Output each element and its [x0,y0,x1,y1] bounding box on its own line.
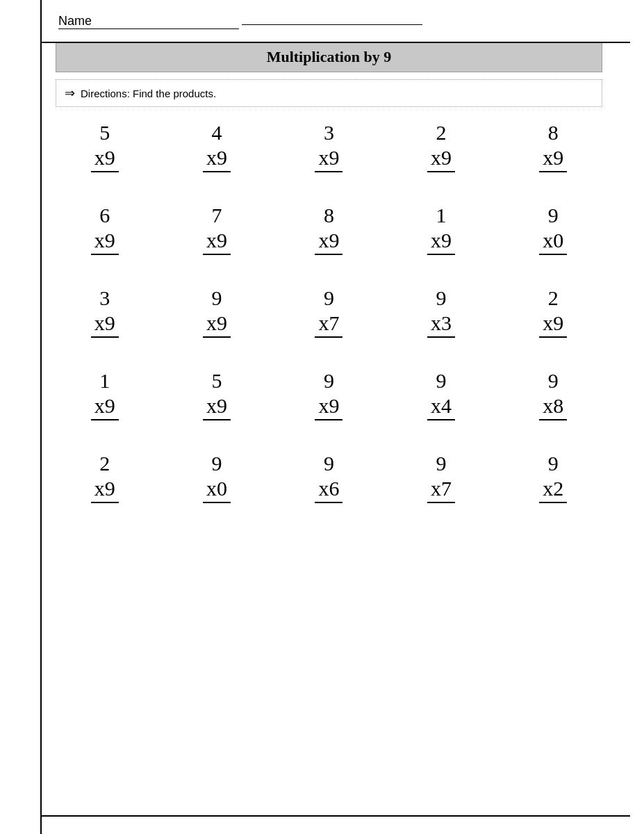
problem-top-number: 6 [99,204,110,227]
directions-box: ⇒ Directions: Find the products. [56,79,602,107]
problem-top-number: 9 [324,286,334,310]
problem-multiplier: x7 [427,477,455,503]
problem-2-3: 8x9 [273,204,385,262]
problem-5-2: 9x0 [160,452,272,510]
problem-top-number: 9 [548,369,559,393]
problem-top-number: 9 [212,452,222,475]
problem-top-number: 5 [212,369,222,393]
problem-top-number: 9 [436,286,446,310]
problem-multiplier: x9 [315,229,342,255]
problem-top-number: 3 [99,286,110,310]
problem-multiplier: x9 [91,229,119,255]
problem-multiplier: x9 [203,229,231,255]
problem-multiplier: x9 [203,146,231,172]
problem-top-number: 2 [548,286,559,310]
problem-3-2: 9x9 [160,286,272,345]
problem-multiplier: x9 [427,229,455,255]
arrow-icon: ⇒ [65,85,75,101]
problem-top-number: 8 [548,121,559,145]
problem-4-3: 9x9 [273,369,385,427]
problem-multiplier: x9 [315,146,342,172]
problem-row-2: 6x97x98x91x99x0 [49,204,609,262]
problem-1-2: 4x9 [160,121,272,179]
problem-multiplier: x0 [539,229,567,255]
problem-multiplier: x9 [427,146,455,172]
problem-5-1: 2x9 [49,452,160,510]
problem-top-number: 9 [548,204,559,227]
problem-4-2: 5x9 [160,369,272,427]
problem-top-number: 5 [99,121,110,145]
problem-row-3: 3x99x99x79x32x9 [49,286,609,345]
problems-container: 5x94x93x92x98x96x97x98x91x99x03x99x99x79… [49,121,609,510]
problem-2-2: 7x9 [160,204,272,262]
problem-multiplier: x8 [539,394,567,420]
problem-1-5: 8x9 [497,121,609,179]
problem-multiplier: x9 [91,394,119,420]
name-underline[interactable] [242,24,422,25]
problem-5-3: 9x6 [273,452,385,510]
problem-3-5: 2x9 [497,286,609,345]
problem-multiplier: x0 [203,477,231,503]
problem-row-5: 2x99x09x69x79x2 [49,452,609,510]
problem-top-number: 9 [436,452,446,475]
problem-top-number: 9 [324,369,334,393]
problem-top-number: 3 [324,121,334,145]
problem-row-1: 5x94x93x92x98x9 [49,121,609,179]
problem-4-5: 9x8 [497,369,609,427]
name-field: Name [56,14,609,29]
problem-multiplier: x4 [427,394,455,420]
problem-top-number: 2 [99,452,110,475]
problem-multiplier: x9 [91,477,119,503]
problem-top-number: 2 [436,121,446,145]
problem-multiplier: x9 [203,311,231,338]
problem-4-4: 9x4 [385,369,497,427]
problem-5-5: 9x2 [497,452,609,510]
problem-multiplier: x6 [315,477,342,503]
problem-top-number: 9 [212,286,222,310]
problem-3-3: 9x7 [273,286,385,345]
problem-multiplier: x9 [203,394,231,420]
problem-multiplier: x9 [539,146,567,172]
problem-top-number: 1 [436,204,446,227]
title-box: Multiplication by 9 [56,42,602,72]
problem-multiplier: x3 [427,311,455,338]
problem-3-1: 3x9 [49,286,160,345]
problem-multiplier: x9 [91,146,119,172]
problem-multiplier: x9 [539,311,567,338]
problem-top-number: 4 [212,121,222,145]
problem-multiplier: x7 [315,311,342,338]
problem-2-4: 1x9 [385,204,497,262]
problem-4-1: 1x9 [49,369,160,427]
problem-5-4: 9x7 [385,452,497,510]
problem-multiplier: x2 [539,477,567,503]
problem-top-number: 9 [436,369,446,393]
problem-2-5: 9x0 [497,204,609,262]
problem-3-4: 9x3 [385,286,497,345]
problem-multiplier: x9 [91,311,119,338]
problem-top-number: 9 [548,452,559,475]
problem-multiplier: x9 [315,394,342,420]
problem-row-4: 1x95x99x99x49x8 [49,369,609,427]
problem-top-number: 7 [212,204,222,227]
problem-top-number: 8 [324,204,334,227]
problem-top-number: 9 [324,452,334,475]
problem-top-number: 1 [99,369,110,393]
problem-1-3: 3x9 [273,121,385,179]
problem-1-4: 2x9 [385,121,497,179]
problem-2-1: 6x9 [49,204,160,262]
problem-1-1: 5x9 [49,121,160,179]
